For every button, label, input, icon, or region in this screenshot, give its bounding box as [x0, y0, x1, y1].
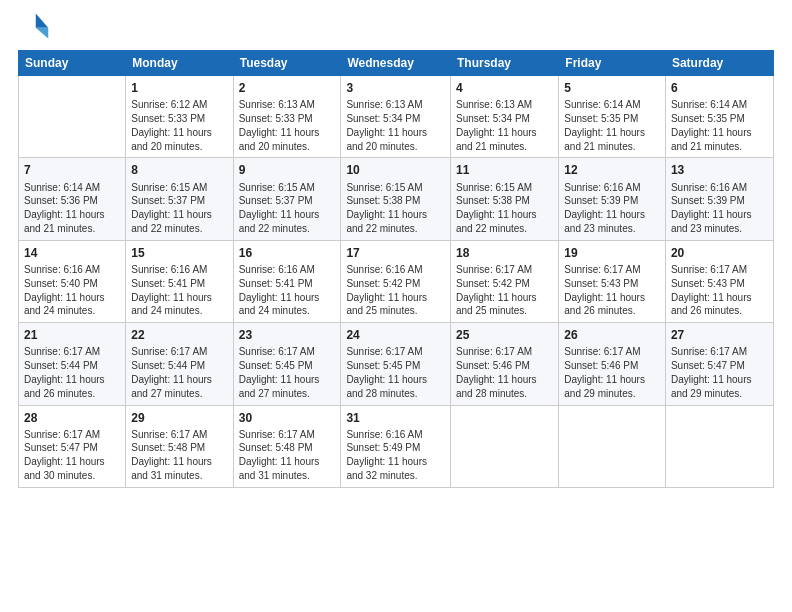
calendar-cell: 30Sunrise: 6:17 AM Sunset: 5:48 PM Dayli…: [233, 405, 341, 487]
cell-daylight-info: Sunrise: 6:17 AM Sunset: 5:48 PM Dayligh…: [239, 428, 336, 483]
calendar-cell: 11Sunrise: 6:15 AM Sunset: 5:38 PM Dayli…: [450, 158, 558, 240]
cell-daylight-info: Sunrise: 6:13 AM Sunset: 5:34 PM Dayligh…: [456, 98, 553, 153]
day-number: 10: [346, 162, 445, 178]
cell-daylight-info: Sunrise: 6:14 AM Sunset: 5:35 PM Dayligh…: [671, 98, 768, 153]
cell-daylight-info: Sunrise: 6:14 AM Sunset: 5:36 PM Dayligh…: [24, 181, 120, 236]
day-number: 31: [346, 410, 445, 426]
logo-icon: [18, 10, 50, 42]
cell-daylight-info: Sunrise: 6:16 AM Sunset: 5:41 PM Dayligh…: [131, 263, 227, 318]
calendar-cell: [665, 405, 773, 487]
calendar-week-row: 7Sunrise: 6:14 AM Sunset: 5:36 PM Daylig…: [19, 158, 774, 240]
calendar-cell: 19Sunrise: 6:17 AM Sunset: 5:43 PM Dayli…: [559, 240, 666, 322]
cell-daylight-info: Sunrise: 6:17 AM Sunset: 5:44 PM Dayligh…: [131, 345, 227, 400]
calendar-cell: 17Sunrise: 6:16 AM Sunset: 5:42 PM Dayli…: [341, 240, 451, 322]
day-number: 26: [564, 327, 660, 343]
col-header-thursday: Thursday: [450, 51, 558, 76]
cell-daylight-info: Sunrise: 6:16 AM Sunset: 5:49 PM Dayligh…: [346, 428, 445, 483]
calendar-cell: 24Sunrise: 6:17 AM Sunset: 5:45 PM Dayli…: [341, 323, 451, 405]
calendar-cell: 10Sunrise: 6:15 AM Sunset: 5:38 PM Dayli…: [341, 158, 451, 240]
cell-daylight-info: Sunrise: 6:15 AM Sunset: 5:37 PM Dayligh…: [239, 181, 336, 236]
calendar-cell: 28Sunrise: 6:17 AM Sunset: 5:47 PM Dayli…: [19, 405, 126, 487]
calendar-cell: 15Sunrise: 6:16 AM Sunset: 5:41 PM Dayli…: [126, 240, 233, 322]
page: SundayMondayTuesdayWednesdayThursdayFrid…: [0, 0, 792, 612]
calendar-cell: 1Sunrise: 6:12 AM Sunset: 5:33 PM Daylig…: [126, 76, 233, 158]
day-number: 21: [24, 327, 120, 343]
calendar-cell: 23Sunrise: 6:17 AM Sunset: 5:45 PM Dayli…: [233, 323, 341, 405]
day-number: 13: [671, 162, 768, 178]
cell-daylight-info: Sunrise: 6:17 AM Sunset: 5:46 PM Dayligh…: [564, 345, 660, 400]
cell-daylight-info: Sunrise: 6:15 AM Sunset: 5:37 PM Dayligh…: [131, 181, 227, 236]
calendar-week-row: 1Sunrise: 6:12 AM Sunset: 5:33 PM Daylig…: [19, 76, 774, 158]
calendar-cell: 6Sunrise: 6:14 AM Sunset: 5:35 PM Daylig…: [665, 76, 773, 158]
day-number: 15: [131, 245, 227, 261]
cell-daylight-info: Sunrise: 6:17 AM Sunset: 5:47 PM Dayligh…: [24, 428, 120, 483]
cell-daylight-info: Sunrise: 6:17 AM Sunset: 5:46 PM Dayligh…: [456, 345, 553, 400]
cell-daylight-info: Sunrise: 6:15 AM Sunset: 5:38 PM Dayligh…: [456, 181, 553, 236]
day-number: 30: [239, 410, 336, 426]
calendar-cell: 22Sunrise: 6:17 AM Sunset: 5:44 PM Dayli…: [126, 323, 233, 405]
calendar-cell: 21Sunrise: 6:17 AM Sunset: 5:44 PM Dayli…: [19, 323, 126, 405]
cell-daylight-info: Sunrise: 6:17 AM Sunset: 5:43 PM Dayligh…: [564, 263, 660, 318]
calendar-cell: 3Sunrise: 6:13 AM Sunset: 5:34 PM Daylig…: [341, 76, 451, 158]
calendar-cell: 25Sunrise: 6:17 AM Sunset: 5:46 PM Dayli…: [450, 323, 558, 405]
calendar-cell: 31Sunrise: 6:16 AM Sunset: 5:49 PM Dayli…: [341, 405, 451, 487]
calendar-cell: 16Sunrise: 6:16 AM Sunset: 5:41 PM Dayli…: [233, 240, 341, 322]
calendar-cell: [19, 76, 126, 158]
day-number: 7: [24, 162, 120, 178]
logo: [18, 10, 54, 42]
calendar-cell: 12Sunrise: 6:16 AM Sunset: 5:39 PM Dayli…: [559, 158, 666, 240]
calendar-cell: 13Sunrise: 6:16 AM Sunset: 5:39 PM Dayli…: [665, 158, 773, 240]
day-number: 3: [346, 80, 445, 96]
cell-daylight-info: Sunrise: 6:17 AM Sunset: 5:48 PM Dayligh…: [131, 428, 227, 483]
cell-daylight-info: Sunrise: 6:17 AM Sunset: 5:42 PM Dayligh…: [456, 263, 553, 318]
day-number: 5: [564, 80, 660, 96]
day-number: 9: [239, 162, 336, 178]
cell-daylight-info: Sunrise: 6:16 AM Sunset: 5:41 PM Dayligh…: [239, 263, 336, 318]
calendar-cell: 8Sunrise: 6:15 AM Sunset: 5:37 PM Daylig…: [126, 158, 233, 240]
cell-daylight-info: Sunrise: 6:12 AM Sunset: 5:33 PM Dayligh…: [131, 98, 227, 153]
calendar-table: SundayMondayTuesdayWednesdayThursdayFrid…: [18, 50, 774, 488]
header: [18, 10, 774, 42]
calendar-week-row: 28Sunrise: 6:17 AM Sunset: 5:47 PM Dayli…: [19, 405, 774, 487]
day-number: 1: [131, 80, 227, 96]
calendar-week-row: 21Sunrise: 6:17 AM Sunset: 5:44 PM Dayli…: [19, 323, 774, 405]
cell-daylight-info: Sunrise: 6:17 AM Sunset: 5:44 PM Dayligh…: [24, 345, 120, 400]
calendar-cell: [559, 405, 666, 487]
calendar-week-row: 14Sunrise: 6:16 AM Sunset: 5:40 PM Dayli…: [19, 240, 774, 322]
day-number: 24: [346, 327, 445, 343]
day-number: 12: [564, 162, 660, 178]
day-number: 19: [564, 245, 660, 261]
day-number: 27: [671, 327, 768, 343]
cell-daylight-info: Sunrise: 6:16 AM Sunset: 5:39 PM Dayligh…: [671, 181, 768, 236]
cell-daylight-info: Sunrise: 6:17 AM Sunset: 5:43 PM Dayligh…: [671, 263, 768, 318]
calendar-cell: 4Sunrise: 6:13 AM Sunset: 5:34 PM Daylig…: [450, 76, 558, 158]
day-number: 4: [456, 80, 553, 96]
col-header-wednesday: Wednesday: [341, 51, 451, 76]
cell-daylight-info: Sunrise: 6:17 AM Sunset: 5:45 PM Dayligh…: [239, 345, 336, 400]
day-number: 25: [456, 327, 553, 343]
calendar-cell: 26Sunrise: 6:17 AM Sunset: 5:46 PM Dayli…: [559, 323, 666, 405]
calendar-cell: 9Sunrise: 6:15 AM Sunset: 5:37 PM Daylig…: [233, 158, 341, 240]
day-number: 20: [671, 245, 768, 261]
cell-daylight-info: Sunrise: 6:17 AM Sunset: 5:47 PM Dayligh…: [671, 345, 768, 400]
cell-daylight-info: Sunrise: 6:16 AM Sunset: 5:42 PM Dayligh…: [346, 263, 445, 318]
day-number: 22: [131, 327, 227, 343]
calendar-cell: 29Sunrise: 6:17 AM Sunset: 5:48 PM Dayli…: [126, 405, 233, 487]
day-number: 29: [131, 410, 227, 426]
day-number: 2: [239, 80, 336, 96]
day-number: 23: [239, 327, 336, 343]
calendar-cell: 2Sunrise: 6:13 AM Sunset: 5:33 PM Daylig…: [233, 76, 341, 158]
day-number: 8: [131, 162, 227, 178]
cell-daylight-info: Sunrise: 6:17 AM Sunset: 5:45 PM Dayligh…: [346, 345, 445, 400]
day-number: 14: [24, 245, 120, 261]
cell-daylight-info: Sunrise: 6:13 AM Sunset: 5:34 PM Dayligh…: [346, 98, 445, 153]
day-number: 18: [456, 245, 553, 261]
col-header-tuesday: Tuesday: [233, 51, 341, 76]
cell-daylight-info: Sunrise: 6:14 AM Sunset: 5:35 PM Dayligh…: [564, 98, 660, 153]
col-header-saturday: Saturday: [665, 51, 773, 76]
day-number: 6: [671, 80, 768, 96]
cell-daylight-info: Sunrise: 6:16 AM Sunset: 5:39 PM Dayligh…: [564, 181, 660, 236]
col-header-monday: Monday: [126, 51, 233, 76]
day-number: 16: [239, 245, 336, 261]
col-header-friday: Friday: [559, 51, 666, 76]
